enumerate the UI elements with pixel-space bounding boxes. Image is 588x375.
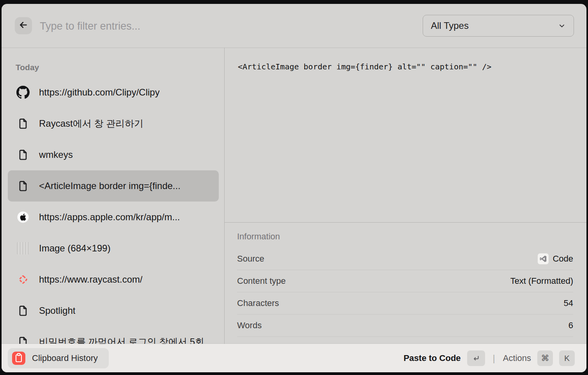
info-label: Content type (237, 276, 286, 286)
list-item-label: 비밀번호를 까먹어서 로그인 창에서 5회... (39, 336, 212, 344)
info-row-content-type: Content type Text (Formatted) (237, 270, 573, 292)
clipboard-icon (12, 351, 26, 365)
document-icon (16, 179, 30, 193)
list-item[interactable]: 비밀번호를 까먹어서 로그인 창에서 5회... (8, 326, 219, 344)
app-context-button[interactable]: Clipboard History (8, 348, 109, 368)
back-button[interactable] (15, 17, 32, 34)
detail-panel: <ArticleImage border img={finder} alt=""… (225, 48, 586, 344)
desktop-background: All Types Today https://github.com/Clipy… (0, 0, 588, 375)
vscode-icon (538, 253, 549, 264)
info-value-text: Text (Formatted) (510, 276, 573, 286)
image-thumbnail (16, 242, 30, 255)
info-row-words: Words 6 (237, 315, 573, 337)
chevron-down-icon (557, 21, 567, 30)
info-value-text: 54 (564, 298, 573, 308)
list-item[interactable]: Raycast에서 창 관리하기 (8, 108, 219, 139)
github-icon (16, 86, 30, 99)
info-value-text: 6 (569, 320, 573, 331)
list-item-label: Spotlight (39, 305, 75, 316)
clipboard-entry-list: Today https://github.com/Clipy/Clipy Ray… (2, 48, 224, 344)
list-item[interactable]: https://github.com/Clipy/Clipy (8, 77, 219, 108)
document-icon (16, 117, 30, 130)
list-item-label: <ArticleImage border img={finde... (39, 180, 181, 191)
list-item[interactable]: Spotlight (8, 295, 219, 326)
list-item-label: https://apps.apple.com/kr/app/m... (39, 212, 180, 223)
info-row-copied: Copied Today at 01:00:04 (237, 337, 573, 344)
primary-action-label[interactable]: Paste to Code (404, 353, 461, 363)
list-item-label: https://www.raycast.com/ (39, 274, 142, 285)
search-input[interactable] (39, 4, 384, 48)
list-item[interactable]: Image (684×199) (8, 233, 219, 264)
type-filter-dropdown[interactable]: All Types (423, 15, 574, 37)
arrow-left-icon (18, 20, 28, 32)
info-label: Source (237, 254, 264, 264)
clipboard-content-preview: <ArticleImage border img={finder} alt=""… (238, 62, 491, 71)
list-item-label: https://github.com/Clipy/Clipy (39, 87, 159, 98)
list-item[interactable]: https://apps.apple.com/kr/app/m... (8, 202, 219, 233)
info-label: Words (237, 320, 262, 331)
list-item-label: Raycast에서 창 관리하기 (39, 117, 143, 130)
info-value: Code (538, 253, 573, 264)
app-context-label: Clipboard History (32, 353, 98, 363)
entry-rows: https://github.com/Clipy/Clipy Raycast에서… (2, 77, 224, 344)
return-key-icon[interactable] (467, 350, 485, 366)
type-filter-value: All Types (431, 20, 469, 31)
cmd-keycap[interactable]: ⌘ (537, 350, 553, 366)
header: All Types (2, 4, 586, 48)
action-bar: Clipboard History Paste to Code | Action… (2, 344, 586, 372)
section-label-today: Today (16, 63, 39, 72)
info-row-source: Source Code (237, 248, 573, 270)
information-section: Information Source Code Content type Tex… (237, 225, 573, 344)
document-icon (16, 335, 30, 344)
k-keycap[interactable]: K (559, 350, 575, 366)
footer-divider: | (493, 353, 495, 364)
list-item-selected[interactable]: <ArticleImage border img={finde... (8, 170, 219, 202)
information-title: Information (237, 225, 573, 248)
list-item[interactable]: wmkeys (8, 139, 219, 170)
raycast-favicon (16, 273, 30, 286)
apple-icon (16, 210, 30, 224)
list-item-label: Image (684×199) (39, 243, 110, 254)
info-row-characters: Characters 54 (237, 292, 573, 315)
actions-menu-label[interactable]: Actions (503, 353, 531, 363)
raycast-clipboard-window: All Types Today https://github.com/Clipy… (2, 4, 586, 372)
section-divider (225, 222, 586, 223)
footer-actions: Paste to Code | Actions ⌘ K (404, 350, 575, 366)
document-icon (16, 148, 30, 161)
list-item[interactable]: https://www.raycast.com/ (8, 264, 219, 295)
info-label: Characters (237, 298, 279, 308)
list-item-label: wmkeys (39, 149, 73, 160)
info-value-text: Code (553, 254, 573, 264)
document-icon (16, 304, 30, 317)
